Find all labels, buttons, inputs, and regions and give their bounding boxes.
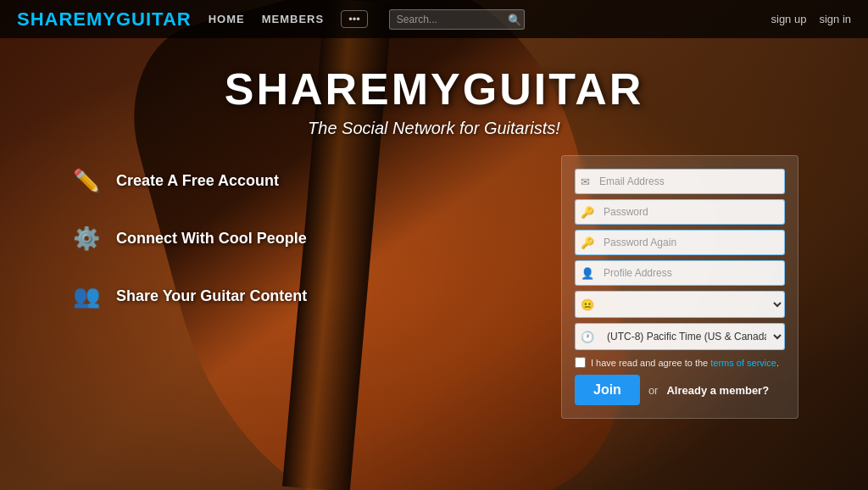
main-content: SHAREMYGUITAR The Social Network for Gui…: [0, 38, 868, 490]
form-actions: Join or Already a member?: [575, 375, 785, 405]
nav-members[interactable]: MEMBERS: [262, 13, 324, 25]
timezone-select-wrapper: 🕐 (UTC-8) Pacific Time (US & Canada): [575, 323, 785, 350]
nav-more[interactable]: •••: [341, 10, 368, 28]
password-field-wrapper: 🔑: [575, 199, 785, 225]
search-button[interactable]: 🔍: [508, 13, 521, 25]
timezone-select[interactable]: (UTC-8) Pacific Time (US & Canada): [599, 324, 784, 349]
clock-icon: 🕐: [576, 331, 599, 343]
tos-checkbox[interactable]: [575, 357, 586, 368]
gender-select[interactable]: Male Female Other: [599, 292, 784, 317]
gender-icon: 😐: [576, 298, 599, 311]
password-again-field-wrapper: 🔑: [575, 230, 785, 255]
navbar: SHAREMYGUITAR HOME MEMBERS ••• 🔍 sign up…: [0, 0, 868, 38]
registration-form: ✉ 🔑 🔑 👤 😐 Male Female: [561, 155, 798, 419]
tos-link[interactable]: terms of service: [710, 358, 776, 368]
nav-right: sign up sign in: [771, 13, 852, 25]
content-row: ✏️ Create A Free Account ⚙️ Connect With…: [53, 155, 815, 419]
nav-home[interactable]: HOME: [209, 13, 245, 25]
password-again-icon: 🔑: [576, 237, 599, 249]
tos-row: I have read and agree to the terms of se…: [575, 357, 785, 368]
already-member-link[interactable]: Already a member?: [666, 384, 769, 397]
password-input[interactable]: [599, 200, 784, 224]
signup-link[interactable]: sign up: [771, 13, 807, 25]
search-input[interactable]: [389, 9, 525, 30]
email-icon: ✉: [576, 175, 595, 188]
or-text: or: [648, 384, 659, 397]
profile-input[interactable]: [599, 261, 784, 285]
profile-field-wrapper: 👤: [575, 260, 785, 286]
feature-text-1: Create A Free Account: [116, 172, 279, 190]
nav-links: HOME MEMBERS ••• 🔍: [209, 9, 771, 30]
hero-subtitle: The Social Network for Guitarists!: [225, 119, 643, 138]
feature-text-3: Share Your Guitar Content: [116, 287, 307, 305]
password-again-input[interactable]: [599, 231, 784, 254]
feature-item-2: ⚙️ Connect With Cool People: [70, 221, 527, 255]
gender-select-wrapper: 😐 Male Female Other: [575, 291, 785, 318]
people-icon: 👥: [70, 279, 103, 313]
gear-icon: ⚙️: [70, 221, 103, 255]
email-field-wrapper: ✉: [575, 169, 785, 194]
features-list: ✏️ Create A Free Account ⚙️ Connect With…: [70, 155, 527, 337]
search-container: 🔍: [389, 9, 525, 30]
pencil-icon: ✏️: [70, 164, 103, 198]
hero-section: SHAREMYGUITAR The Social Network for Gui…: [225, 64, 643, 138]
tos-text: I have read and agree to the terms of se…: [591, 358, 779, 368]
feature-item-3: 👥 Share Your Guitar Content: [70, 279, 527, 313]
hero-title: SHAREMYGUITAR: [225, 64, 643, 114]
feature-text-2: Connect With Cool People: [116, 230, 307, 248]
feature-item-1: ✏️ Create A Free Account: [70, 164, 527, 198]
logo[interactable]: SHAREMYGUITAR: [17, 8, 192, 31]
join-button[interactable]: Join: [575, 375, 640, 405]
signin-link[interactable]: sign in: [819, 13, 851, 25]
email-input[interactable]: [595, 170, 784, 193]
password-icon: 🔑: [576, 206, 599, 219]
profile-icon: 👤: [576, 267, 599, 280]
